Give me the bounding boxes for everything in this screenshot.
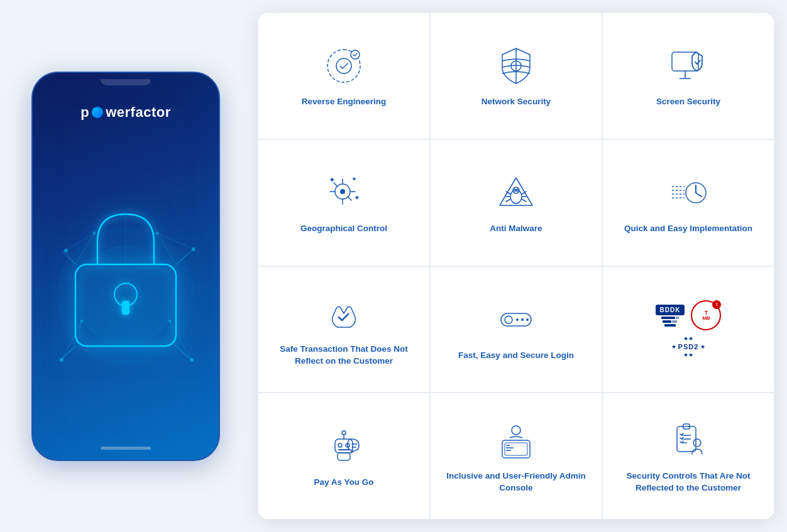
phone-lock-area bbox=[33, 121, 219, 447]
svg-line-40 bbox=[522, 199, 526, 202]
svg-text:✦: ✦ bbox=[330, 177, 334, 183]
robot-chat-icon bbox=[321, 424, 366, 469]
tmb-logo: T MB T bbox=[691, 300, 721, 330]
user-searchbar-icon bbox=[493, 297, 539, 342]
phone-home-bar bbox=[101, 447, 151, 450]
psd2-badge: ★★ ★ PSD2 ★ ★★ bbox=[671, 335, 706, 358]
svg-rect-25 bbox=[672, 52, 698, 71]
svg-rect-61 bbox=[338, 453, 350, 460]
cell-fast-login: Fast, Easy and Secure Login bbox=[430, 266, 602, 393]
svg-point-51 bbox=[505, 316, 512, 323]
logo-dot bbox=[92, 107, 103, 118]
app-logo: pwerfactor bbox=[80, 104, 171, 121]
phone-device: pwerfactor bbox=[31, 72, 220, 461]
svg-rect-66 bbox=[505, 443, 527, 455]
gear-check-icon bbox=[321, 43, 366, 89]
compliance-logos: BDDK bbox=[656, 300, 722, 358]
cell-reverse-engineering: Reverse Engineering bbox=[258, 13, 430, 139]
svg-point-29 bbox=[340, 189, 345, 194]
cell-compliance: BDDK bbox=[602, 266, 774, 393]
svg-point-22 bbox=[336, 58, 351, 73]
svg-line-37 bbox=[506, 199, 510, 202]
cell-anti-malware-label: Anti Malware bbox=[490, 223, 542, 235]
cell-pay-as-you-go-label: Pay As You Go bbox=[314, 477, 373, 489]
svg-point-52 bbox=[516, 318, 519, 321]
main-container: pwerfactor bbox=[0, 0, 787, 532]
svg-rect-55 bbox=[335, 439, 353, 453]
cell-screen-security-label: Screen Security bbox=[656, 96, 720, 108]
cell-network-security-label: Network Security bbox=[482, 96, 551, 108]
svg-text:✦: ✦ bbox=[353, 177, 356, 181]
cell-geographical-control: ✦ ✦ ✦ Geographical Control bbox=[258, 139, 430, 266]
cell-screen-security: Screen Security bbox=[602, 13, 774, 139]
checklist-person-icon bbox=[666, 418, 711, 463]
cell-safe-transaction-label: Safe Transaction That Does Not Reflect o… bbox=[267, 344, 421, 367]
svg-point-64 bbox=[512, 426, 520, 435]
features-grid: Reverse Engineering Network Security bbox=[258, 13, 774, 519]
phone-mockup: pwerfactor bbox=[13, 72, 239, 461]
svg-point-75 bbox=[693, 439, 701, 447]
person-laptop-icon bbox=[493, 418, 539, 463]
svg-point-53 bbox=[521, 318, 524, 321]
cell-quick-easy: Quick and Easy Implementation bbox=[602, 139, 774, 266]
cell-geographical-control-label: Geographical Control bbox=[300, 223, 387, 235]
svg-point-56 bbox=[338, 443, 342, 447]
cell-safe-transaction: Safe Transaction That Does Not Reflect o… bbox=[258, 266, 430, 393]
svg-point-33 bbox=[510, 190, 522, 204]
cell-fast-login-label: Fast, Easy and Secure Login bbox=[458, 350, 574, 362]
lock-illustration bbox=[57, 195, 195, 371]
features-grid-wrap: Reverse Engineering Network Security bbox=[258, 13, 774, 519]
phone-notch bbox=[101, 79, 151, 85]
bddk-logo: BDDK bbox=[656, 305, 685, 315]
bug-triangle-icon bbox=[493, 170, 539, 215]
map-pin-stars-icon: ✦ ✦ ✦ bbox=[321, 170, 366, 215]
svg-rect-4 bbox=[122, 301, 129, 315]
cell-security-controls: Security Controls That Are Not Reflected… bbox=[602, 393, 774, 519]
cell-admin-console: Inclusive and User-Friendly Admin Consol… bbox=[430, 393, 602, 519]
compliance-top: BDDK bbox=[656, 300, 722, 330]
svg-text:✦: ✦ bbox=[355, 195, 359, 200]
cell-network-security: Network Security bbox=[430, 13, 602, 139]
svg-line-49 bbox=[696, 193, 702, 197]
monitor-shield-icon bbox=[666, 43, 711, 89]
cell-security-controls-label: Security Controls That Are Not Reflected… bbox=[612, 470, 765, 494]
clock-lines-icon bbox=[666, 170, 711, 215]
cell-pay-as-you-go: Pay As You Go bbox=[258, 393, 430, 519]
cell-reverse-engineering-label: Reverse Engineering bbox=[302, 96, 386, 108]
cell-admin-console-label: Inclusive and User-Friendly Admin Consol… bbox=[439, 470, 593, 494]
svg-point-54 bbox=[526, 318, 529, 321]
cell-quick-easy-label: Quick and Easy Implementation bbox=[624, 223, 752, 235]
cell-anti-malware: Anti Malware bbox=[430, 139, 602, 266]
shield-network-icon bbox=[493, 43, 539, 89]
hands-check-icon bbox=[321, 291, 366, 336]
